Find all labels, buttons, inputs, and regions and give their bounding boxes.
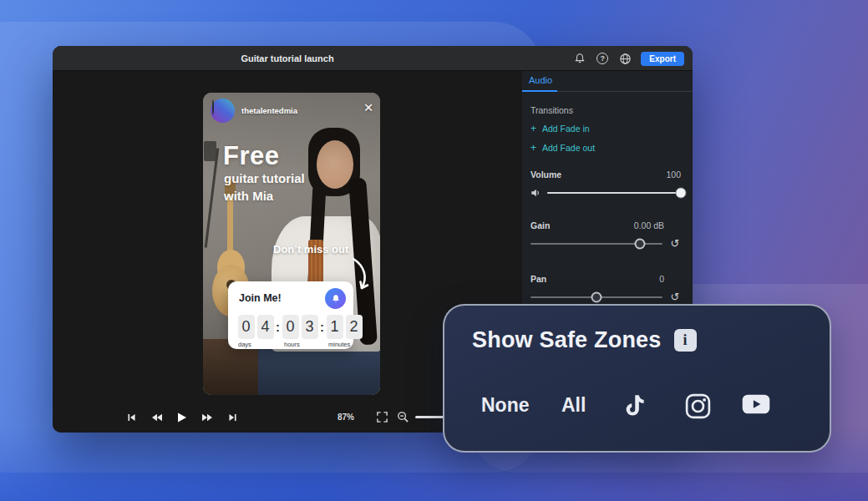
youtube-icon[interactable] <box>742 393 770 418</box>
safe-zones-popover: Show Safe Zones i None All <box>443 304 831 453</box>
story-subline: guitar tutorial <box>224 171 305 185</box>
safe-zone-option-all[interactable]: All <box>561 394 586 417</box>
info-icon[interactable]: i <box>674 329 697 352</box>
volume-slider-row <box>530 187 681 198</box>
digit-box: 0 <box>238 315 255 339</box>
safe-zones-title: Show Safe Zones <box>472 327 662 353</box>
add-fade-in-label: Add Fade in <box>542 124 590 134</box>
help-icon[interactable]: ? <box>596 52 609 65</box>
avatar[interactable] <box>211 99 235 123</box>
zoom-out-icon[interactable] <box>397 411 409 427</box>
panel-tabs: Audio <box>522 71 693 92</box>
pan-slider-handle[interactable] <box>591 292 602 303</box>
skip-to-end-button[interactable] <box>226 411 239 423</box>
digit-box: 1 <box>327 315 343 339</box>
tiktok-icon[interactable] <box>623 393 648 425</box>
skip-to-start-button[interactable] <box>125 411 138 423</box>
gain-slider-row: ↺ <box>530 238 681 249</box>
gain-row: Gain 0.00 dB <box>530 220 681 230</box>
username-label: thetalentedmia <box>241 106 297 115</box>
rewind-button[interactable] <box>150 411 163 423</box>
volume-slider-handle[interactable] <box>676 188 687 199</box>
volume-label: Volume <box>530 170 561 180</box>
export-button[interactable]: Export <box>641 52 684 66</box>
add-fade-in-button[interactable]: + Add Fade in <box>530 123 681 134</box>
gain-slider-handle[interactable] <box>635 239 646 250</box>
slider-fill <box>547 192 681 194</box>
callout-text: Don’t miss out <box>273 243 348 256</box>
pan-value: 0 <box>659 274 664 284</box>
gain-label: Gain <box>530 220 550 230</box>
project-title: Guitar tutorial launch <box>53 46 522 71</box>
pan-row: Pan 0 <box>530 274 681 284</box>
instagram-icon[interactable] <box>685 393 711 423</box>
fast-forward-button[interactable] <box>201 411 213 423</box>
digit-box: 4 <box>257 315 274 339</box>
digit-box: 0 <box>282 315 299 339</box>
plus-icon: + <box>530 142 536 154</box>
tab-audio[interactable]: Audio <box>529 75 552 85</box>
digit-box: 3 <box>302 315 318 339</box>
countdown-sticker[interactable]: Join Me! 0 4 : 0 3 : 1 2 days hours <box>228 281 353 349</box>
countdown-digits: 0 4 : 0 3 : 1 2 <box>236 315 363 339</box>
video-preview[interactable]: thetalentedmia × Free guitar tutorial wi… <box>203 93 380 395</box>
speaker-icon <box>530 188 541 198</box>
digit-box: 2 <box>346 315 363 339</box>
gain-reset-icon[interactable]: ↺ <box>669 238 681 249</box>
countdown-unit: minutes <box>328 341 350 348</box>
plus-icon: + <box>530 123 536 134</box>
avatar-photo <box>212 99 214 115</box>
countdown-title: Join Me! <box>239 292 282 304</box>
titlebar-actions: ? Export <box>573 46 684 71</box>
pan-slider-row: ↺ <box>530 291 681 302</box>
volume-row: Volume 100 <box>530 170 681 180</box>
zoom-level-label: 87% <box>338 412 354 422</box>
close-icon[interactable]: × <box>360 99 377 116</box>
transitions-label: Transitions <box>530 105 681 115</box>
pan-slider[interactable] <box>530 291 662 302</box>
gain-slider[interactable] <box>530 238 662 249</box>
pan-reset-icon[interactable]: ↺ <box>669 291 681 302</box>
callout-arrow-icon <box>350 256 373 295</box>
digit-separator: : <box>275 320 281 334</box>
pan-label: Pan <box>530 274 546 284</box>
gain-value: 0.00 dB <box>634 220 664 230</box>
play-button[interactable] <box>175 411 187 423</box>
audio-panel-body: Transitions + Add Fade in + Add Fade out… <box>522 105 693 302</box>
add-fade-out-button[interactable]: + Add Fade out <box>530 142 681 154</box>
safe-zones-header: Show Safe Zones i <box>472 327 697 353</box>
reminder-bell-button[interactable] <box>325 288 346 309</box>
add-fade-out-label: Add Fade out <box>542 143 595 153</box>
safe-zone-option-none[interactable]: None <box>481 394 530 417</box>
digit-separator: : <box>319 320 325 334</box>
fullscreen-icon[interactable] <box>376 411 388 427</box>
tab-active-underline <box>522 90 557 92</box>
countdown-unit: hours <box>284 341 300 348</box>
story-headline: Free <box>223 141 279 171</box>
titlebar: Guitar tutorial launch ? Export <box>53 46 693 71</box>
volume-value: 100 <box>666 170 681 180</box>
story-header: thetalentedmia <box>211 99 297 123</box>
safe-zones-options: None All <box>444 392 830 422</box>
bell-icon[interactable] <box>573 52 586 65</box>
volume-slider[interactable] <box>547 187 681 198</box>
globe-icon[interactable] <box>618 52 632 65</box>
story-subline: with Mia <box>224 189 273 203</box>
countdown-unit: days <box>238 341 251 348</box>
